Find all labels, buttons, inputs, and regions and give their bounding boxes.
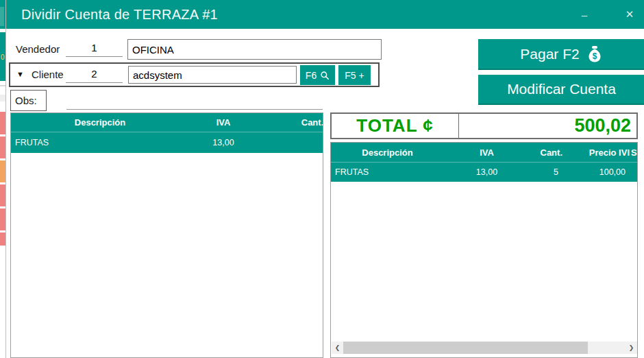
obs-label: Obs: bbox=[15, 95, 37, 106]
header-descripcion: Descripción bbox=[11, 117, 189, 128]
header-subtotal: Subtotal bbox=[630, 147, 638, 158]
svg-text:$: $ bbox=[592, 51, 597, 61]
horizontal-scrollbar[interactable]: ❮ ❯ bbox=[332, 342, 637, 354]
vendedor-code-input[interactable] bbox=[66, 39, 123, 57]
total-amount: 500,02 bbox=[459, 114, 636, 138]
dest-table-header: Descripción IVA Cant. Precio IVI Subtota… bbox=[331, 143, 637, 163]
total-label: TOTAL ¢ bbox=[332, 114, 459, 138]
scroll-left-arrow-icon[interactable]: ❮ bbox=[332, 342, 343, 354]
pagar-f2-button[interactable]: Pagar F2 $ bbox=[478, 39, 644, 70]
split-bill-dialog: Dividir Cuenta de TERRAZA #1 – ✕ Vendedo… bbox=[5, 0, 644, 358]
header-iva: IVA bbox=[444, 147, 530, 158]
title-bar: Dividir Cuenta de TERRAZA #1 bbox=[6, 0, 644, 29]
background-text-fragment: 0 bbox=[1, 53, 5, 61]
source-items-table: Descripción IVA Cant. FRUTAS 13,00 bbox=[10, 112, 323, 358]
header-descripcion: Descripción bbox=[331, 147, 444, 158]
dest-items-table: Descripción IVA Cant. Precio IVI Subtota… bbox=[330, 142, 638, 358]
search-icon bbox=[320, 71, 330, 80]
cliente-group: ▼ Cliente F6 F5 + bbox=[9, 62, 380, 87]
cell-iva: 13,00 bbox=[444, 167, 530, 177]
modificar-cuenta-button[interactable]: Modificar Cuenta bbox=[478, 75, 644, 105]
vendedor-label: Vendedor bbox=[16, 43, 60, 55]
table-row[interactable]: FRUTAS 13,00 5 100,00 bbox=[331, 163, 637, 182]
pagar-button-label: Pagar F2 bbox=[520, 46, 579, 62]
cliente-search-input[interactable] bbox=[128, 66, 297, 84]
minimize-button[interactable]: – bbox=[573, 0, 596, 29]
cell-descripcion: FRUTAS bbox=[11, 138, 189, 147]
cliente-code-input[interactable] bbox=[66, 65, 123, 83]
source-table-header: Descripción IVA Cant. bbox=[11, 113, 323, 132]
chevron-down-icon[interactable]: ▼ bbox=[16, 70, 24, 78]
modificar-button-label: Modificar Cuenta bbox=[507, 81, 616, 97]
window-title: Dividir Cuenta de TERRAZA #1 bbox=[21, 7, 218, 23]
scrollbar-thumb[interactable] bbox=[343, 342, 588, 354]
money-bag-icon: $ bbox=[586, 45, 603, 63]
obs-box: Obs: bbox=[10, 90, 47, 111]
cliente-add-f5-button[interactable]: F5 + bbox=[338, 65, 371, 85]
vendedor-name-input[interactable] bbox=[127, 39, 382, 60]
close-button[interactable]: ✕ bbox=[618, 0, 641, 29]
header-cant: Cant. bbox=[258, 117, 323, 128]
cell-descripcion: FRUTAS bbox=[331, 167, 444, 177]
cliente-search-f6-button[interactable]: F6 bbox=[300, 65, 335, 85]
minimize-icon: – bbox=[582, 9, 587, 21]
f5-button-label: F5 + bbox=[345, 70, 364, 81]
background-icon-fragment bbox=[0, 7, 4, 26]
cell-iva: 13,00 bbox=[189, 138, 258, 147]
header-precio-ivi: Precio IVI bbox=[562, 147, 630, 158]
header-cant: Cant. bbox=[530, 147, 562, 158]
background-row-fragment bbox=[0, 95, 5, 102]
obs-input[interactable] bbox=[66, 92, 323, 110]
cliente-label: Cliente bbox=[32, 69, 64, 80]
cell-cant: 5 bbox=[530, 167, 562, 177]
scroll-right-arrow-icon[interactable]: ❯ bbox=[626, 342, 637, 354]
total-box: TOTAL ¢ 500,02 bbox=[330, 112, 638, 139]
table-row[interactable]: FRUTAS 13,00 bbox=[11, 132, 323, 153]
header-iva: IVA bbox=[189, 117, 258, 128]
f6-button-label: F6 bbox=[306, 70, 317, 81]
close-icon: ✕ bbox=[626, 8, 634, 21]
cell-precio-ivi: 100,00 bbox=[562, 167, 630, 177]
